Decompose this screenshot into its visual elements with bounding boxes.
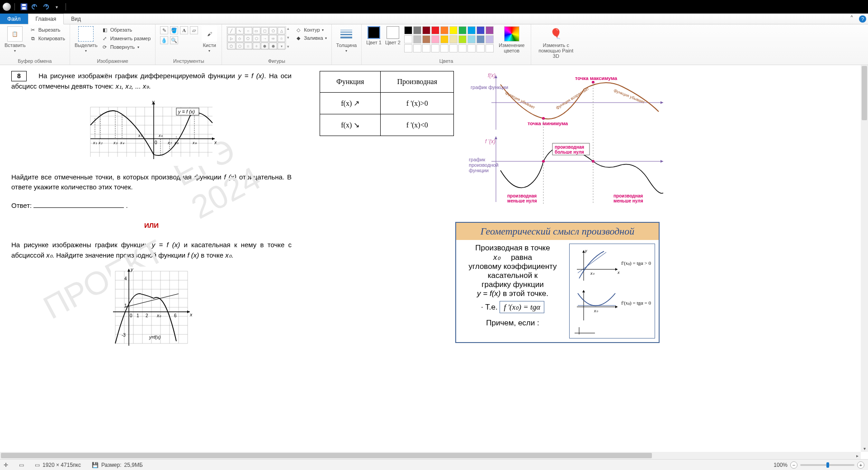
svg-text:x₂: x₂: [98, 141, 103, 145]
fill-button[interactable]: ◆Заливка▾: [295, 34, 326, 42]
zoom-out-button[interactable]: −: [790, 461, 797, 469]
color1-button[interactable]: Цвет 1: [366, 26, 382, 45]
color-swatch[interactable]: [413, 35, 421, 43]
fill-tool[interactable]: 🪣: [170, 26, 178, 34]
card-title: Геометрический смысл производной: [456, 223, 659, 240]
size-button[interactable]: Толщина ▾: [336, 26, 357, 53]
color-swatch-empty[interactable]: [449, 44, 458, 52]
separator: [66, 3, 66, 10]
color-swatch[interactable]: [431, 26, 439, 34]
color-swatch-empty[interactable]: [422, 44, 430, 52]
derivative-table: ФункцияПроизводная f(x) ↗f '(x)>0 f(x) ↘…: [320, 71, 454, 136]
color-swatch[interactable]: [440, 26, 448, 34]
paste-button[interactable]: 📋 Вставить ▾: [5, 26, 26, 53]
color-swatch[interactable]: [431, 35, 439, 43]
vertical-scrollbar[interactable]: ▴ ▾: [861, 65, 868, 452]
svg-text:x₁: x₁: [93, 141, 97, 145]
color-swatch[interactable]: [422, 26, 430, 34]
save-icon[interactable]: [20, 3, 28, 11]
color-swatch[interactable]: [467, 35, 476, 43]
zoom-tool[interactable]: 🔍: [170, 36, 178, 44]
th-derivative: Производная: [381, 71, 454, 93]
color-swatch-empty[interactable]: [440, 44, 448, 52]
text: Найдите все отмеченные точки, в которых …: [11, 173, 224, 181]
svg-text:x: x: [189, 312, 192, 317]
help-button[interactable]: ?: [857, 14, 868, 24]
color-swatch[interactable]: [422, 35, 430, 43]
svg-text:производнаябольше нуля: производнаябольше нуля: [555, 145, 584, 155]
color-swatch[interactable]: [486, 26, 494, 34]
app-icon: [3, 3, 11, 11]
pencil-tool[interactable]: ✎: [160, 26, 168, 34]
color-swatch[interactable]: [449, 26, 458, 34]
color-swatch[interactable]: [467, 26, 476, 34]
shape-scroll-down[interactable]: ▾: [287, 35, 289, 40]
edit-colors-label: Изменение цветов: [497, 42, 526, 53]
paint3d-button[interactable]: 🎈 Изменить с помощью Paint 3D: [536, 26, 576, 59]
undo-icon[interactable]: [31, 3, 39, 11]
size-icon: [340, 26, 352, 42]
text: в точке: [199, 251, 225, 259]
color-swatch-empty[interactable]: [458, 44, 467, 52]
picker-tool[interactable]: 💧: [160, 36, 168, 44]
shape-gallery[interactable]: ╱∿○▭▢⬠△ ▷◇⬠⬡→⇨☆ ⬠⬡☆✧⬢⬣▾: [226, 26, 286, 49]
resize-button[interactable]: ⤢Изменить размер: [101, 35, 151, 42]
qat-dropdown-icon[interactable]: ▾: [52, 3, 61, 11]
color-swatch[interactable]: [458, 26, 467, 34]
shape-scroll-up[interactable]: ▴: [287, 26, 289, 31]
horizontal-scrollbar[interactable]: ◂ ▸: [0, 452, 861, 459]
tab-home[interactable]: Главная: [28, 14, 64, 24]
document-content: ЕГЭ 2024 ПРОЕКТ 8 На рисунке изображён г…: [11, 71, 292, 354]
zoom-slider[interactable]: [800, 464, 854, 466]
canvas[interactable]: ЕГЭ 2024 ПРОЕКТ 8 На рисунке изображён г…: [3, 68, 861, 452]
cell-fx-up: f(x) ↗: [320, 93, 381, 114]
color-swatch[interactable]: [476, 35, 485, 43]
color-swatch[interactable]: [486, 35, 494, 43]
color-swatch[interactable]: [440, 35, 448, 43]
crosshair-icon: ✛: [4, 462, 8, 468]
redo-icon[interactable]: [42, 3, 50, 11]
zoom-knob[interactable]: [826, 462, 829, 468]
caption: f'(x₀) = tgα = 0: [621, 300, 651, 306]
eraser-tool[interactable]: ▱: [190, 26, 198, 34]
color-swatch[interactable]: [413, 26, 421, 34]
tab-file[interactable]: Файл: [0, 14, 28, 24]
group-colors: Цвет 1 Цвет 2 Изменение цветов Цвета: [362, 24, 531, 65]
color-swatch-empty[interactable]: [476, 44, 485, 52]
tab-view[interactable]: Вид: [64, 14, 88, 24]
disk-icon: 💾: [92, 462, 99, 468]
scroll-right-icon[interactable]: ▸: [854, 452, 861, 459]
card-text: Производная в точке x₀ равна угловому ко…: [460, 244, 566, 338]
scroll-down-icon[interactable]: ▾: [861, 445, 868, 452]
copy-button[interactable]: ⧉Копировать: [29, 35, 65, 42]
group-label: Буфер обмена: [18, 57, 52, 65]
color-swatch-empty[interactable]: [467, 44, 476, 52]
shape-expand[interactable]: ▾: [287, 44, 289, 49]
graph-2: 4 1 -3 0 1 2 x₀ 6 x y y=f(x): [111, 267, 192, 348]
color-swatch[interactable]: [404, 26, 412, 34]
minimize-ribbon-icon[interactable]: ˄: [846, 14, 857, 24]
edit-colors-button[interactable]: Изменение цветов: [497, 26, 526, 53]
outline-button[interactable]: ◇Контур▾: [295, 26, 326, 33]
select-button[interactable]: Выделить ▾: [75, 26, 98, 53]
color-swatch[interactable]: [449, 35, 458, 43]
cut-button[interactable]: ✂Вырезать: [29, 26, 65, 33]
brushes-button[interactable]: 🖌 Кисти ▾: [202, 26, 217, 53]
scroll-thumb[interactable]: [862, 66, 867, 120]
answer-blank: [33, 202, 124, 208]
color-swatch-empty[interactable]: [431, 44, 439, 52]
color-swatch[interactable]: [404, 35, 412, 43]
color-swatch[interactable]: [458, 35, 467, 43]
color-swatch[interactable]: [476, 26, 485, 34]
scroll-thumb[interactable]: [1, 453, 652, 458]
text-tool[interactable]: A: [180, 26, 188, 34]
svg-rect-2: [22, 4, 26, 6]
svg-text:точка минимума: точка минимума: [528, 121, 568, 126]
color-swatch-empty[interactable]: [486, 44, 494, 52]
crop-button[interactable]: ◧Обрезать: [101, 26, 151, 33]
zoom-in-button[interactable]: +: [857, 461, 864, 469]
color-swatch-empty[interactable]: [413, 44, 421, 52]
color-swatch-empty[interactable]: [404, 44, 412, 52]
color2-button[interactable]: Цвет 2: [385, 26, 401, 45]
rotate-button[interactable]: ⟳Повернуть▾: [101, 43, 151, 51]
